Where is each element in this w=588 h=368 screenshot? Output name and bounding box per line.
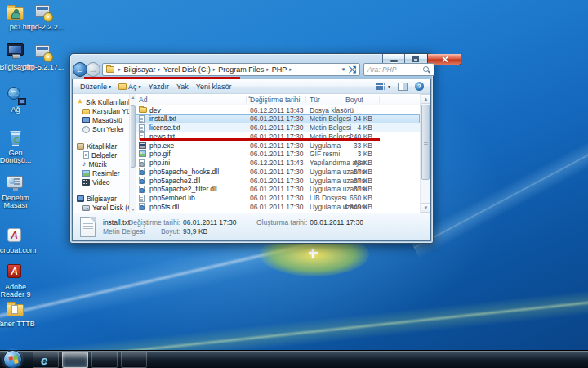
sidebar-group-computer[interactable]: Bilgisayar: [73, 194, 130, 203]
file-row-php5ts-dll[interactable]: php5ts.dll06.01.2011 17:30Uygulama uzant…: [136, 202, 420, 211]
scrollbar-thumb[interactable]: [421, 105, 430, 180]
system-tray: ▲ ✕ 13:50 06.12.2011: [0, 351, 588, 368]
file-row-php5apache2-dll[interactable]: php5apache2.dll06.01.2011 17:30Uygulama …: [136, 176, 420, 185]
breadcrumb-arrow-icon: ▸: [211, 66, 219, 73]
breadcrumb-arrow-icon: ▸: [264, 66, 272, 73]
file-row-dev[interactable]: dev06.12.2011 13:43Dosya klasörü: [136, 105, 420, 114]
command-bar: Düzenle▾ Aç▾ Yazdır Yak Yeni klasör ▾ ?: [73, 79, 430, 94]
sidebar-item-recent-places[interactable]: Son Yerler: [73, 125, 130, 134]
preview-pane-icon[interactable]: [398, 83, 408, 91]
breadcrumb-php[interactable]: PHP: [272, 65, 287, 74]
file-list-scrollbar[interactable]: ▲ ▼: [420, 94, 430, 213]
image-file-icon: [139, 150, 146, 157]
forward-button[interactable]: →: [86, 62, 100, 77]
computer-mini-icon: [77, 195, 84, 202]
desktop-icon-label: Reader 9: [0, 290, 30, 298]
breadcrumb-arrow-icon: ▸: [156, 66, 164, 73]
taskbar-media-player[interactable]: [91, 352, 118, 368]
desktop-icon-taner-folder[interactable]: Taner TTTB: [0, 299, 38, 328]
address-dropdown-icon[interactable]: ▾: [340, 66, 348, 73]
desktop-icon-adobe-reader[interactable]: A Adobe Reader 9: [0, 263, 38, 298]
column-header-date[interactable]: Değiştirme tarihi: [250, 96, 300, 104]
breadcrumb-drive-c[interactable]: Yerel Disk (C:): [163, 65, 211, 74]
details-size: Boyut:93,9 KB: [122, 227, 207, 236]
file-list: ▴ Ad Değiştirme tarihi Tür Boyut dev06.1…: [136, 94, 420, 213]
column-header-size[interactable]: Boyut: [345, 96, 363, 104]
file-row-php5apache-hooks-dll[interactable]: php5apache_hooks.dll06.01.2011 17:30Uygu…: [136, 167, 420, 176]
folder-icon: [5, 299, 26, 319]
sidebar-item-desktop[interactable]: Masaüstü: [73, 116, 130, 125]
sidebar-group-libraries[interactable]: Kitaplıklar: [73, 141, 130, 150]
taskbar-clock[interactable]: 13:50 06.12.2011: [0, 359, 588, 368]
sidebar-item-drive-c[interactable]: Yerel Disk (C:): [73, 203, 130, 212]
sidebar-item-downloads[interactable]: Karşıdan Yüklem: [73, 107, 130, 116]
desktop-icon-label: Taner TTTB: [0, 320, 35, 328]
taskbar-windows-explorer-active[interactable]: [62, 352, 88, 368]
taskbar-internet-explorer[interactable]: e: [33, 352, 59, 368]
lib-file-icon: [139, 195, 145, 202]
new-folder-button[interactable]: Yeni klasör: [196, 83, 232, 91]
internet-explorer-icon: e: [41, 353, 47, 367]
navigation-row: ← → ▸ Bilgisayar ▸ Yerel Disk (C:) ▸ Pro…: [73, 62, 430, 77]
adobe-reader-icon: A: [5, 263, 26, 282]
help-icon[interactable]: ?: [415, 82, 424, 91]
breadcrumb-program-files[interactable]: Program Files: [218, 65, 264, 74]
open-button[interactable]: Aç▾: [118, 83, 141, 91]
scroll-up-icon[interactable]: ▲: [421, 94, 430, 104]
file-row-php-exe[interactable]: php.exe06.01.2011 17:30Uygulama33 KB: [136, 141, 420, 150]
file-row-php5apache2-filter-dll[interactable]: php5apache2_filter.dll06.01.2011 17:30Uy…: [136, 185, 420, 194]
search-icon[interactable]: [423, 66, 430, 74]
desktop-icon-php-installer[interactable]: php-5.2.17...: [20, 43, 66, 71]
sidebar-item-documents[interactable]: Belgeler: [73, 150, 130, 159]
file-row-php5embed-lib[interactable]: php5embed.lib06.01.2011 17:30LIB Dosyası…: [136, 194, 420, 203]
chevron-down-icon: ▾: [109, 83, 111, 89]
start-button[interactable]: [3, 350, 22, 368]
chevron-down-icon[interactable]: ▾: [388, 83, 390, 89]
desktop-icon-network[interactable]: Ağ: [0, 85, 38, 114]
change-view-icon[interactable]: [376, 83, 386, 91]
back-button[interactable]: ←: [73, 62, 87, 77]
refresh-icon[interactable]: ⤭: [347, 65, 358, 74]
column-headers: ▴ Ad Değiştirme tarihi Tür Boyut: [136, 94, 420, 105]
sidebar-group-favorites[interactable]: ★Sık Kullanılanlar: [73, 97, 130, 106]
sidebar-item-video[interactable]: Video: [73, 177, 130, 186]
desktop: pc1 httpd-2.2.2... Bilgisayar php-5.2.17…: [0, 0, 588, 368]
file-row-php-gif[interactable]: php.gif06.01.2011 17:30GIF resmi3 KB: [136, 150, 420, 159]
desktop-icon-label: Dönüşü...: [0, 156, 31, 164]
explorer-main-area: ★Sık Kullanılanlar Karşıdan Yüklem Masaü…: [73, 94, 430, 213]
sidebar-item-music[interactable]: ♪Müzik: [73, 159, 130, 168]
burn-button[interactable]: Yak: [176, 83, 189, 91]
details-modified: Değiştirme tarihi:06.01.2011 17:30: [122, 218, 237, 227]
open-icon: [118, 83, 127, 90]
desktop-icon-httpd-installer[interactable]: httpd-2.2.2...: [20, 2, 66, 31]
taskbar-paint[interactable]: [121, 352, 147, 368]
search-box[interactable]: Ara: PHP: [363, 63, 434, 76]
network-globe-icon: [5, 85, 26, 105]
wallpaper-sparkle: [309, 249, 318, 258]
column-header-name[interactable]: Ad: [139, 96, 147, 104]
recent-places-icon: [82, 126, 90, 133]
desktop-icon-recycle-bin[interactable]: Geri Dönüşü...: [0, 128, 38, 164]
sidebar-item-pictures[interactable]: Resimler: [73, 168, 130, 177]
print-button[interactable]: Yazdır: [149, 83, 169, 91]
file-row-php-ini[interactable]: php.ini06.12.2011 13:43Yapılandırma ayar…: [136, 159, 420, 168]
config-file-icon: [139, 159, 145, 167]
documents-icon: [83, 151, 89, 159]
details-pane: install.txt Metin Belgesi Değiştirme tar…: [73, 213, 430, 240]
file-row-license-txt[interactable]: license.txt06.01.2011 17:30Metin Belgesi…: [136, 123, 420, 132]
file-rows: dev06.12.2011 13:43Dosya klasörü install…: [136, 105, 420, 213]
details-created: Oluşturma tarihi:06.01.2011 17:30: [256, 218, 363, 227]
desktop-icon-control-panel[interactable]: Denetim Masası: [0, 173, 38, 209]
column-header-type[interactable]: Tür: [310, 96, 320, 104]
file-row-install-txt-selected[interactable]: install.txt06.01.2011 17:30Metin Belgesi…: [136, 114, 420, 123]
breadcrumb-computer[interactable]: Bilgisayar: [124, 65, 156, 74]
sidebar-scrollbar[interactable]: ▲ ▼: [129, 94, 136, 213]
organize-menu[interactable]: Düzenle▾: [80, 83, 111, 91]
scroll-down-icon[interactable]: ▼: [421, 203, 430, 213]
desktop-icon-acrobat-com[interactable]: A Acrobat.com: [0, 226, 38, 254]
dll-file-icon: [139, 177, 145, 184]
star-icon: ★: [77, 98, 83, 105]
address-bar[interactable]: ▸ Bilgisayar ▸ Yerel Disk (C:) ▸ Program…: [102, 63, 360, 76]
window-client-area: Düzenle▾ Aç▾ Yazdır Yak Yeni klasör ▾ ? …: [72, 79, 431, 241]
text-file-icon: [139, 124, 145, 132]
